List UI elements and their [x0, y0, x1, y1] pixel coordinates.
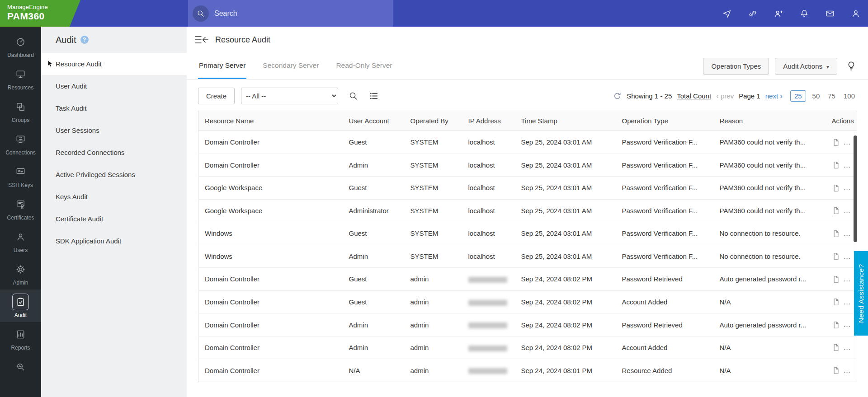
nav-users[interactable]: Users	[0, 224, 41, 257]
cell-operation-type: Password Verification F...	[618, 245, 715, 268]
search-icon[interactable]	[193, 5, 209, 22]
user-session-icon[interactable]	[774, 9, 783, 19]
prev-page-link[interactable]: ‹ prev	[716, 92, 734, 101]
sidebar-item-user-audit[interactable]: User Audit	[41, 75, 187, 97]
cell-reason: Auto generated password r...	[715, 268, 827, 291]
sidebar-item-certificate-audit[interactable]: Certificate Audit	[41, 208, 187, 230]
page-size-75[interactable]: 75	[826, 91, 837, 101]
tab-read-only-server[interactable]: Read-Only Server	[335, 53, 393, 79]
sidebar-item-task-audit[interactable]: Task Audit	[41, 97, 187, 119]
nav-dashboard[interactable]: Dashboard	[0, 29, 41, 62]
filter-select[interactable]: -- All --	[241, 88, 338, 104]
tab-secondary-server[interactable]: Secondary Server	[262, 53, 320, 79]
nav-audit[interactable]: Audit	[0, 290, 41, 322]
row-more-icon[interactable]: …	[844, 344, 851, 351]
tab-primary-server[interactable]: Primary Server	[198, 53, 246, 79]
cell-user-account: Admin	[344, 154, 406, 177]
refresh-icon[interactable]	[613, 92, 622, 100]
column-header-resource-name[interactable]: Resource Name	[198, 111, 344, 131]
cell-operation-type: Password Verification F...	[618, 222, 715, 245]
nav-resources[interactable]: Resources	[0, 62, 41, 94]
row-more-icon[interactable]: …	[844, 138, 851, 146]
column-header-time-stamp[interactable]: Time Stamp	[517, 111, 618, 131]
sidebar-item-recorded-connections[interactable]: Recorded Connections	[41, 141, 187, 163]
sidebar-item-active-privileged-sessions[interactable]: Active Privileged Sessions	[41, 163, 187, 186]
link-icon[interactable]	[748, 9, 758, 19]
cell-ip-address	[464, 313, 517, 336]
column-chooser-icon[interactable]	[368, 91, 379, 101]
sidebar-item-keys-audit[interactable]: Keys Audit	[41, 186, 187, 208]
chevron-left-icon: ‹	[716, 92, 719, 100]
cell-resource-name: Domain Controller	[198, 336, 344, 359]
row-more-icon[interactable]: …	[844, 161, 851, 169]
row-more-icon[interactable]: …	[844, 229, 851, 237]
nav-admin[interactable]: Admin	[0, 257, 41, 290]
cell-operation-type: Account Added	[618, 336, 715, 359]
cell-user-account: Guest	[344, 222, 406, 245]
brand-logo[interactable]: ManageEngine PAM360	[0, 0, 80, 27]
nav-certificates[interactable]: Certificates	[0, 192, 41, 224]
scrollbar-thumb[interactable]	[854, 135, 857, 242]
nav-label: Users	[14, 247, 28, 253]
record-details-icon[interactable]	[832, 366, 840, 375]
sidebar-item-sdk-application-audit[interactable]: SDK Application Audit	[41, 230, 187, 252]
row-more-icon[interactable]: …	[844, 252, 851, 260]
nav-ssh-keys[interactable]: SSH Keys	[0, 159, 41, 192]
row-more-icon[interactable]: …	[844, 207, 851, 215]
row-more-icon[interactable]: …	[844, 321, 851, 328]
record-details-icon[interactable]	[832, 229, 840, 238]
cell-reason: N/A	[715, 359, 827, 382]
record-details-icon[interactable]	[832, 275, 840, 284]
nav-reports[interactable]: Reports	[0, 322, 41, 355]
audit-actions-button[interactable]: Audit Actions▾	[775, 58, 837, 75]
cell-user-account: Guest	[344, 131, 406, 154]
next-page-link[interactable]: next ›	[765, 92, 783, 101]
nav-connections[interactable]: Connections	[0, 127, 41, 159]
record-details-icon[interactable]	[832, 138, 840, 147]
column-header-reason[interactable]: Reason	[715, 111, 827, 131]
cell-operation-type: Password Verification F...	[618, 199, 715, 222]
notifications-icon[interactable]	[799, 9, 809, 19]
column-header-user-account[interactable]: User Account	[344, 111, 406, 131]
record-details-icon[interactable]	[832, 321, 840, 329]
session-tracker-icon[interactable]	[722, 9, 732, 19]
record-details-icon[interactable]	[832, 298, 840, 306]
row-more-icon[interactable]: …	[844, 275, 851, 283]
sidebar-item-user-sessions[interactable]: User Sessions	[41, 119, 187, 141]
record-details-icon[interactable]	[832, 184, 840, 192]
table-search-icon[interactable]	[348, 91, 359, 101]
record-details-icon[interactable]	[832, 206, 840, 215]
total-count-link[interactable]: Total Count	[677, 92, 711, 100]
cell-actions: …	[827, 359, 857, 382]
help-lightbulb-icon[interactable]	[846, 61, 857, 71]
global-search-input[interactable]	[214, 9, 393, 18]
record-details-icon[interactable]	[832, 252, 840, 261]
mail-icon[interactable]	[825, 9, 835, 19]
cell-operation-type: Account Added	[618, 290, 715, 313]
cell-operated-by: admin	[406, 336, 464, 359]
create-button[interactable]: Create	[198, 88, 235, 104]
audit-help-icon[interactable]: ?	[80, 36, 89, 44]
sidebar-item-resource-audit[interactable]: Resource Audit	[41, 53, 187, 75]
page-size-25[interactable]: 25	[790, 90, 806, 102]
collapse-panel-icon[interactable]	[194, 35, 209, 45]
page-size-100[interactable]: 100	[842, 91, 857, 101]
column-header-operation-type[interactable]: Operation Type	[618, 111, 715, 131]
cell-time-stamp: Sep 25, 2024 03:01 AM	[517, 131, 618, 154]
operation-types-button[interactable]: Operation Types	[703, 58, 769, 75]
page-size-50[interactable]: 50	[811, 91, 822, 101]
row-more-icon[interactable]: …	[844, 298, 851, 306]
nav-discover[interactable]	[0, 355, 41, 381]
column-header-ip-address[interactable]: IP Address	[464, 111, 517, 131]
row-more-icon[interactable]: …	[844, 366, 851, 374]
brand-pam360: PAM360	[7, 11, 80, 22]
column-header-operated-by[interactable]: Operated By	[406, 111, 464, 131]
column-header-actions[interactable]: Actions	[827, 111, 857, 131]
row-more-icon[interactable]: …	[844, 184, 851, 191]
need-assistance-tab[interactable]: Need Assistance?	[854, 251, 868, 336]
nav-groups[interactable]: Groups	[0, 94, 41, 127]
cell-time-stamp: Sep 25, 2024 03:01 AM	[517, 154, 618, 177]
profile-icon[interactable]	[851, 9, 861, 19]
record-details-icon[interactable]	[832, 161, 840, 169]
record-details-icon[interactable]	[832, 343, 840, 352]
